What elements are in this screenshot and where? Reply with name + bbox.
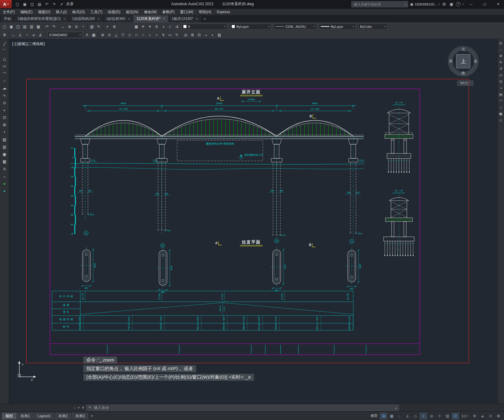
qat-save-icon[interactable]: ◫	[29, 1, 36, 8]
command-input[interactable]	[93, 405, 393, 410]
set-current-layer-icon[interactable]: ✓	[167, 23, 173, 30]
close-tab-icon[interactable]: ✕	[163, 17, 165, 21]
hatch-edit-icon[interactable]: ▨	[216, 32, 223, 38]
isolate-icon[interactable]: ⊙	[487, 413, 494, 419]
lineweight-dropdown[interactable]: ByLayer▾	[319, 24, 356, 30]
ellipse-tool[interactable]: ⊙	[1, 99, 8, 106]
polygon-tool[interactable]: △	[1, 55, 8, 62]
layout-tab[interactable]: 模型	[2, 413, 17, 419]
layer-properties-icon[interactable]: ▩	[133, 23, 140, 30]
minimize-button[interactable]: ─	[465, 0, 477, 8]
isolate-objects-icon[interactable]: ⊡	[498, 79, 504, 84]
arc-tool[interactable]: ◠	[1, 70, 8, 77]
layout-tab[interactable]: 布局2	[55, 413, 72, 419]
qat-redo-icon[interactable]: ↷	[51, 1, 58, 8]
menu-item[interactable]: 编辑(E)	[17, 9, 35, 15]
menu-item[interactable]: 参数(P)	[160, 9, 177, 15]
new-tab-button[interactable]: +	[201, 15, 208, 22]
menu-item[interactable]: 标注(N)	[123, 9, 141, 15]
file-tab[interactable]: 1钢箱拱桥桥型布置图(新2)✕	[14, 15, 69, 22]
menu-item[interactable]: 插入(I)	[53, 9, 69, 15]
block-icon[interactable]: ◇	[126, 32, 133, 38]
polar-tracking-icon[interactable]: ∠	[404, 413, 411, 419]
annotation-scale[interactable]: 1:1▾	[460, 414, 470, 418]
workspace-icon[interactable]: ⚙	[471, 413, 478, 419]
menu-item[interactable]: Express	[214, 9, 233, 15]
command-input-bar[interactable]: ✎ ▴	[86, 405, 399, 411]
file-tab[interactable]: 1120米系杆拱*✕	[133, 15, 169, 22]
region-icon[interactable]: □	[133, 32, 140, 38]
menu-item[interactable]: 绘图(D)	[105, 9, 123, 15]
save-icon[interactable]: ◫	[15, 23, 21, 30]
properties-icon[interactable]: ▧	[89, 23, 95, 30]
dim-radius-icon[interactable]: ◔	[24, 32, 30, 38]
cart-icon[interactable]: ⊞	[441, 2, 447, 6]
transparency-icon[interactable]: ▥	[444, 413, 451, 419]
app-logo-menu[interactable]: A▾	[0, 0, 12, 8]
navcube-south[interactable]: 南	[461, 70, 465, 76]
redo-icon[interactable]: ↷	[51, 23, 57, 30]
workspace-settings-icon[interactable]: ⚙	[1, 32, 8, 38]
pan-hand-icon[interactable]: ↔	[498, 47, 504, 52]
apps-icon[interactable]: ▣	[449, 2, 454, 6]
create-block-tool[interactable]: ⊞	[1, 121, 8, 128]
otrack-icon[interactable]: ◎	[428, 413, 435, 419]
menu-item[interactable]: 窗口(W)	[177, 9, 196, 15]
spline-tool[interactable]: ∿	[1, 92, 8, 99]
selection-cycling-icon[interactable]: ⊡	[452, 413, 459, 419]
tolerance-icon[interactable]: △	[113, 32, 119, 38]
layer-on-icon[interactable]: ☀	[140, 23, 146, 30]
list-icon[interactable]: ≣	[111, 23, 118, 30]
viewport-minimize-control[interactable]: [-]	[12, 42, 16, 46]
arc-measure-icon[interactable]: ◠	[498, 98, 504, 104]
show-motion-icon[interactable]: ▭	[498, 72, 504, 78]
lineweight-icon[interactable]: ≡	[436, 413, 443, 419]
navcube-north[interactable]: 北	[461, 47, 465, 52]
plotstyle-dropdown[interactable]: ByColor▾	[358, 24, 387, 30]
datum-icon[interactable]: ▽	[119, 32, 126, 38]
menu-item[interactable]: 帮助(H)	[196, 9, 214, 15]
osnap-icon[interactable]: ⌖	[420, 413, 427, 419]
orbit-free-icon[interactable]: ↺	[498, 66, 504, 71]
wcs-menu[interactable]: WCS▾	[457, 81, 473, 86]
mtext-tool[interactable]: A	[1, 165, 8, 172]
center-mark-icon[interactable]: ⊙	[106, 32, 113, 38]
dim-arc-icon[interactable]: ∡	[37, 32, 44, 38]
close-tab-icon[interactable]: ✕	[195, 17, 198, 21]
model-space-toggle[interactable]: 模型	[369, 414, 379, 418]
layer-freeze-icon[interactable]: ✶	[146, 23, 153, 30]
color-green-dot[interactable]: ●	[1, 180, 8, 187]
annotation-visibility-icon[interactable]: ▲	[479, 413, 486, 419]
search-box[interactable]: ⌕	[351, 1, 408, 7]
clean-screen-icon[interactable]: ⊠	[495, 413, 502, 419]
search-icon[interactable]: ⌕	[404, 2, 407, 6]
file-tab[interactable]: 1连续刚构260✕	[69, 15, 103, 22]
dim-angular-icon[interactable]: ∠	[17, 32, 24, 38]
menu-item[interactable]: 格式(O)	[70, 9, 88, 15]
region-tool[interactable]: ▣	[1, 151, 8, 158]
sheet-set-icon[interactable]: ▤	[498, 92, 504, 97]
table-style-icon[interactable]: ▦	[90, 32, 97, 38]
circle-tool[interactable]: ○	[1, 77, 8, 84]
match-layer-icon[interactable]: ⇉	[173, 23, 180, 30]
ellipse-arc-tool[interactable]: ◗	[1, 107, 8, 114]
menu-item[interactable]: 修改(M)	[141, 9, 160, 15]
layout-tab[interactable]: Layout1	[34, 413, 55, 419]
layout-tab[interactable]: 布局1	[17, 413, 34, 419]
close-tab-icon[interactable]: ✕	[63, 17, 66, 21]
zoom-in-icon[interactable]: ⊕	[66, 23, 73, 30]
plot-icon[interactable]: ▤	[21, 23, 28, 30]
viewport-icon[interactable]: ▭	[167, 32, 173, 38]
grid-icon[interactable]: ⊞	[380, 413, 387, 419]
revcloud-tool[interactable]: ☁	[1, 85, 8, 92]
navcube-west[interactable]: 西	[449, 59, 453, 64]
customize-icon[interactable]: ⚙	[82, 406, 85, 409]
undo-icon[interactable]: ↶	[44, 23, 51, 30]
measure-icon[interactable]: ⌖	[104, 23, 111, 30]
table-tool[interactable]: ▦	[1, 158, 8, 165]
qat-plot-icon[interactable]: ▤	[36, 1, 43, 8]
new-layout-button[interactable]: +	[89, 414, 95, 418]
color-dropdown[interactable]: ByLayer▾	[230, 24, 271, 30]
array-icon[interactable]: ⊞	[189, 32, 196, 38]
home-view-icon[interactable]: ⌂	[498, 104, 504, 110]
